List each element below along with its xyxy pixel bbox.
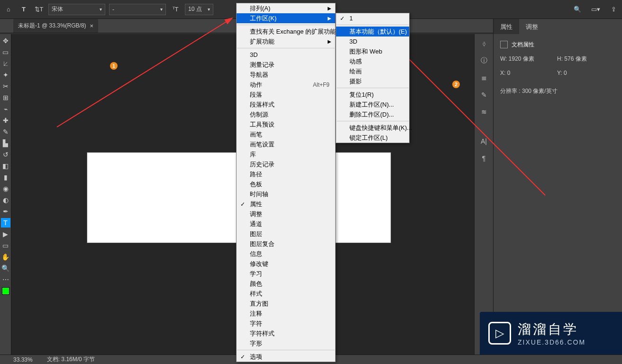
menu-learn[interactable]: 学习: [237, 269, 335, 279]
eyedropper-tool[interactable]: ⌁: [1, 104, 10, 114]
path-select-tool[interactable]: ▶: [1, 229, 10, 239]
menu-clone-source[interactable]: 仿制源: [237, 109, 335, 119]
menu-options[interactable]: ✓选项: [237, 352, 335, 362]
svg-line-0: [57, 18, 232, 127]
shape-tool[interactable]: ▭: [1, 241, 10, 250]
move-tool[interactable]: ✥: [1, 36, 10, 46]
workspace-lock[interactable]: 锁定工作区(L): [336, 133, 409, 143]
annotation-badge-2: 2: [452, 81, 460, 88]
menu-window: 排列(A)▶ 工作区(K)▶ 查找有关 Exchange 的扩展功能... 扩展…: [236, 3, 336, 362]
menu-workspace[interactable]: 工作区(K)▶: [237, 13, 335, 23]
history-brush-tool[interactable]: ↺: [1, 150, 10, 159]
watermark-title: 溜溜自学: [518, 320, 585, 338]
menu-notes[interactable]: 注释: [237, 309, 335, 318]
font-style-value: -: [112, 6, 114, 13]
orientation-icon[interactable]: ⇅T: [33, 4, 45, 15]
workspace-graphics-web[interactable]: 图形和 Web: [336, 46, 409, 56]
menu-character-styles[interactable]: 字符样式: [237, 328, 335, 338]
menu-history[interactable]: 历史记录: [237, 159, 335, 169]
foreground-color[interactable]: [2, 287, 9, 295]
prop-y: Y: 0: [557, 67, 600, 79]
share-icon[interactable]: ⇪: [608, 4, 619, 15]
workspace-motion[interactable]: 动感: [336, 56, 409, 66]
watermark: ▷ 溜溜自学 ZIXUE.3D66.COM: [480, 312, 622, 355]
type-tool[interactable]: T: [1, 218, 10, 228]
zoom-tool[interactable]: 🔍: [1, 264, 10, 273]
menu-properties[interactable]: ✓属性: [237, 199, 335, 209]
status-doc[interactable]: 文档: 3.16M/0 字节: [47, 355, 95, 364]
menu-modifier-keys[interactable]: 修改键: [237, 259, 335, 269]
menu-channels[interactable]: 通道: [237, 219, 335, 229]
workspace-icon[interactable]: ▭▾: [590, 4, 601, 15]
workspace-painting[interactable]: 绘画: [336, 66, 409, 76]
menu-styles[interactable]: 样式: [237, 289, 335, 299]
font-size-icon: ᵀT: [170, 4, 181, 15]
eraser-tool[interactable]: ◧: [1, 161, 10, 171]
workspace-reset[interactable]: 复位1(R): [336, 90, 409, 100]
workspace-photography[interactable]: 摄影: [336, 76, 409, 86]
workspace-new[interactable]: 新建工作区(N)...: [336, 100, 409, 109]
menu-character[interactable]: 字符: [237, 318, 335, 328]
brush-tool[interactable]: ✎: [1, 127, 10, 136]
font-family-combo[interactable]: 宋体: [48, 4, 105, 15]
frame-tool[interactable]: ⊞: [1, 93, 10, 102]
menu-extensions[interactable]: 扩展功能▶: [237, 36, 335, 46]
menu-glyphs[interactable]: 字形: [237, 338, 335, 348]
menu-histogram[interactable]: 直方图: [237, 299, 335, 309]
status-zoom[interactable]: 33.33%: [13, 356, 33, 363]
panel-tabs: 属性 调整: [494, 19, 622, 34]
edit-toolbar[interactable]: ⋯: [1, 275, 10, 284]
font-size-value: 10 点: [188, 5, 202, 13]
menu-layers[interactable]: 图层: [237, 229, 335, 239]
dodge-tool[interactable]: ◐: [1, 195, 10, 205]
tab-properties[interactable]: 属性: [494, 19, 519, 34]
workspace-1[interactable]: ✓1: [336, 13, 409, 23]
menu-swatches[interactable]: 色板: [237, 179, 335, 189]
menu-brush[interactable]: 画笔: [237, 129, 335, 139]
menu-adjustments[interactable]: 调整: [237, 209, 335, 219]
menu-layer-comps[interactable]: 图层复合: [237, 239, 335, 249]
menu-arrange[interactable]: 排列(A)▶: [237, 3, 335, 13]
menu-tool-presets[interactable]: 工具预设: [237, 119, 335, 129]
menu-navigator[interactable]: 导航器: [237, 70, 335, 80]
workspace-keyboard-menus[interactable]: 键盘快捷键和菜单(K)...: [336, 123, 409, 133]
workspace-3d[interactable]: 3D: [336, 36, 409, 46]
watermark-url: ZIXUE.3D66.COM: [518, 338, 585, 346]
heal-tool[interactable]: ✚: [1, 116, 10, 125]
prop-height: H: 576 像素: [557, 53, 600, 64]
menu-paragraph[interactable]: 段落: [237, 90, 335, 100]
menu-find-extensions[interactable]: 查找有关 Exchange 的扩展功能...: [237, 27, 335, 36]
menu-color[interactable]: 颜色: [237, 279, 335, 289]
workspace-essentials-default[interactable]: 基本功能（默认）(E): [336, 27, 409, 36]
home-icon[interactable]: ⌂: [3, 4, 14, 15]
menu-measure-log[interactable]: 测量记录: [237, 60, 335, 70]
menu-actions[interactable]: 动作Alt+F9: [237, 80, 335, 90]
stamp-tool[interactable]: ▙: [1, 138, 10, 148]
menu-paragraph-styles[interactable]: 段落样式: [237, 100, 335, 109]
menu-timeline[interactable]: 时间轴: [237, 189, 335, 199]
hand-tool[interactable]: ✋: [1, 252, 10, 262]
menu-brush-settings[interactable]: 画笔设置: [237, 139, 335, 149]
annotation-badge-1: 1: [110, 62, 118, 70]
type-tool-icon[interactable]: T: [18, 4, 29, 15]
blur-tool[interactable]: ◉: [1, 184, 10, 193]
font-style-combo[interactable]: -: [109, 4, 166, 15]
tab-adjustments[interactable]: 调整: [519, 19, 545, 34]
menu-3d[interactable]: 3D: [237, 50, 335, 60]
menu-workspace-submenu: ✓1 基本功能（默认）(E) 3D 图形和 Web 动感 绘画 摄影 复位1(R…: [336, 13, 410, 143]
lasso-tool[interactable]: ⟀: [1, 59, 10, 68]
watermark-play-icon: ▷: [488, 322, 511, 345]
wand-tool[interactable]: ✦: [1, 70, 10, 80]
annotation-arrow-1: [57, 18, 237, 127]
menu-info[interactable]: 信息: [237, 249, 335, 259]
pen-tool[interactable]: ✒: [1, 207, 10, 216]
marquee-tool[interactable]: ▭: [1, 47, 10, 57]
gradient-tool[interactable]: ▮: [1, 173, 10, 182]
workspace-delete[interactable]: 删除工作区(D)...: [336, 109, 409, 119]
crop-tool[interactable]: ✂: [1, 82, 10, 91]
font-size-combo[interactable]: 10 点: [185, 4, 213, 15]
menu-library[interactable]: 库: [237, 149, 335, 159]
search-icon[interactable]: 🔍: [572, 4, 583, 15]
menu-paths[interactable]: 路径: [237, 169, 335, 179]
left-toolbar: ✥ ▭ ⟀ ✦ ✂ ⊞ ⌁ ✚ ✎ ▙ ↺ ◧ ▮ ◉ ◐ ✒ T ▶ ▭ ✋ …: [0, 34, 11, 355]
